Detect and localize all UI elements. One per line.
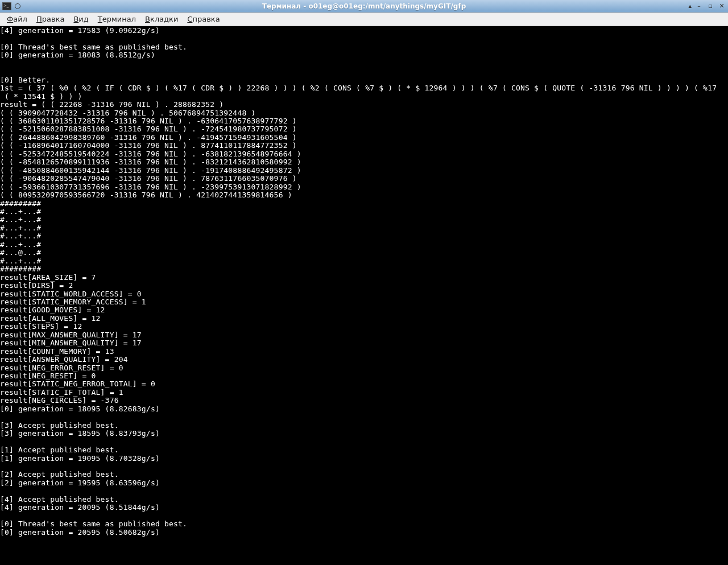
- menu-edit[interactable]: Правка: [33, 14, 68, 24]
- window-titlebar: Терминал - o01eg@o01eg:/mnt/anythings/my…: [0, 0, 728, 13]
- menu-file[interactable]: Файл: [3, 14, 31, 24]
- shade-icon[interactable]: ▴: [688, 2, 692, 10]
- terminal-app-icon: [2, 2, 11, 10]
- menu-tabs[interactable]: Вкладки: [142, 14, 181, 24]
- terminal-output[interactable]: [4] generation = 17583 (9.09622g/s) [0] …: [0, 26, 728, 565]
- window-menu-icon[interactable]: [15, 3, 20, 9]
- minimize-button[interactable]: –: [695, 2, 703, 10]
- menu-view[interactable]: Вид: [70, 14, 92, 24]
- menu-terminal[interactable]: Терминал: [94, 14, 139, 24]
- menu-help[interactable]: Справка: [184, 14, 223, 24]
- titlebar-right: ▴ – ▫ ✕: [688, 2, 726, 10]
- close-button[interactable]: ✕: [718, 2, 726, 10]
- titlebar-left: [2, 2, 20, 10]
- maximize-button[interactable]: ▫: [706, 2, 714, 10]
- menubar: Файл Правка Вид Терминал Вкладки Справка: [0, 13, 728, 26]
- window-title: Терминал - o01eg@o01eg:/mnt/anythings/my…: [262, 2, 466, 10]
